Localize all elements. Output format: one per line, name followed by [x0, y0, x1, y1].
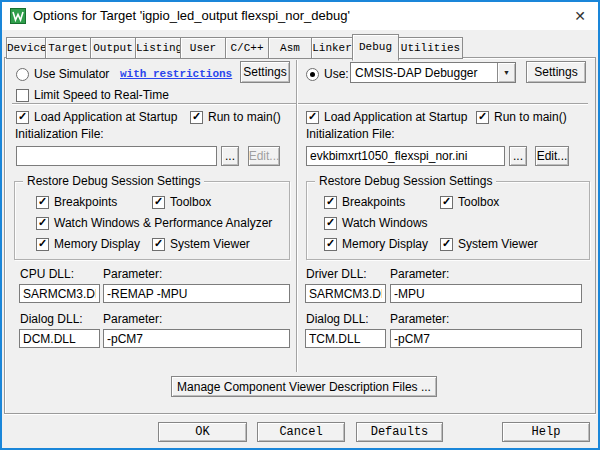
tab-user[interactable]: User — [180, 37, 226, 59]
edit-button-left: Edit... — [248, 146, 280, 166]
limit-speed-label: Limit Speed to Real-Time — [34, 88, 169, 102]
chevron-down-icon[interactable]: ▼ — [497, 63, 515, 82]
check-icon: ✓ — [442, 237, 451, 250]
watch-windows-checkbox-right[interactable]: ✓ Watch Windows — [324, 216, 428, 230]
tab-utilities[interactable]: Utilities — [398, 37, 463, 59]
toolbox-checkbox-left[interactable]: ✓ Toolbox — [152, 195, 211, 209]
simulator-settings-button[interactable]: Settings — [240, 61, 290, 83]
checkbox-icon: ✓ — [440, 238, 453, 251]
title-bar: Options for Target 'igpio_led_output fle… — [2, 2, 598, 30]
ok-button[interactable]: OK — [158, 422, 247, 442]
driver-parameter-label: Parameter: — [390, 268, 449, 281]
watch-windows-checkbox-left[interactable]: ✓ Watch Windows & Performance Analyzer — [36, 216, 272, 230]
load-application-label: Load Application at Startup — [34, 110, 177, 124]
use-simulator-radio[interactable]: Use Simulator — [16, 67, 109, 81]
checkbox-icon: ✓ — [190, 111, 203, 124]
checkbox-icon: ✓ — [152, 238, 165, 251]
init-file-label-left: Initialization File: — [15, 128, 104, 141]
restore-group-title-right: Restore Debug Session Settings — [315, 174, 496, 188]
check-icon: ✓ — [192, 110, 201, 123]
tab-linker[interactable]: Linker — [311, 37, 353, 59]
radio-icon — [306, 68, 319, 81]
run-to-main-label: Run to main() — [494, 110, 567, 124]
panel-divider — [296, 60, 298, 372]
memory-display-checkbox-right[interactable]: ✓ Memory Display — [324, 237, 428, 251]
toolbox-checkbox-right[interactable]: ✓ Toolbox — [440, 195, 499, 209]
edit-button-right[interactable]: Edit... — [535, 146, 569, 166]
check-icon: ✓ — [478, 110, 487, 123]
driver-parameter-input[interactable] — [390, 284, 582, 303]
dialog-dll-input-left[interactable] — [19, 329, 100, 348]
check-icon: ✓ — [18, 110, 27, 123]
help-button[interactable]: Help — [502, 422, 590, 442]
run-to-main-checkbox-right[interactable]: ✓ Run to main() — [476, 110, 567, 124]
radio-icon — [16, 68, 29, 81]
browse-button-left[interactable]: ... — [221, 146, 239, 166]
debugger-select[interactable]: CMSIS-DAP Debugger ▼ — [350, 62, 516, 83]
memory-display-checkbox-left[interactable]: ✓ Memory Display — [36, 237, 140, 251]
check-icon: ✓ — [326, 216, 335, 229]
with-restrictions-link[interactable]: with restrictions — [120, 68, 232, 80]
dialog-dll-input-right[interactable] — [305, 329, 386, 348]
tab-target[interactable]: Target — [45, 37, 91, 59]
use-simulator-label: Use Simulator — [34, 68, 109, 81]
cpu-parameter-input[interactable] — [103, 284, 290, 303]
tab-cpp[interactable]: C/C++ — [225, 37, 269, 59]
checkbox-icon — [16, 89, 29, 102]
window-title: Options for Target 'igpio_led_output fle… — [33, 8, 350, 23]
system-viewer-checkbox-left[interactable]: ✓ System Viewer — [152, 237, 250, 251]
cpu-dll-label: CPU DLL: — [20, 268, 74, 281]
init-file-input-right[interactable] — [306, 146, 505, 166]
init-file-input-left[interactable] — [16, 146, 217, 166]
debugger-selected-value: CMSIS-DAP Debugger — [351, 63, 497, 82]
restore-group-title-left: Restore Debug Session Settings — [23, 174, 204, 188]
load-application-checkbox-right[interactable]: ✓ Load Application at Startup — [306, 110, 467, 124]
run-to-main-checkbox-left[interactable]: ✓ Run to main() — [190, 110, 281, 124]
browse-button-right[interactable]: ... — [509, 146, 527, 166]
checkbox-icon: ✓ — [36, 238, 49, 251]
tab-device[interactable]: Device — [6, 37, 46, 59]
dialog-dll-label-left: Dialog DLL: — [20, 313, 83, 326]
close-button[interactable]: ✕ — [569, 5, 591, 27]
run-to-main-label: Run to main() — [208, 110, 281, 124]
system-viewer-checkbox-right[interactable]: ✓ System Viewer — [440, 237, 538, 251]
use-label: Use: — [324, 67, 349, 81]
load-application-label: Load Application at Startup — [324, 110, 467, 124]
dialog-parameter-input-right[interactable] — [390, 329, 582, 348]
load-application-checkbox-left[interactable]: ✓ Load Application at Startup — [16, 110, 177, 124]
manage-component-viewer-button[interactable]: Manage Component Viewer Description File… — [171, 376, 437, 397]
breakpoints-checkbox-left[interactable]: ✓ Breakpoints — [36, 195, 117, 209]
checkbox-icon: ✓ — [306, 111, 319, 124]
tab-bar: Device Target Output Listing User C/C++ … — [6, 33, 462, 59]
check-icon: ✓ — [442, 195, 451, 208]
dialog-dll-label-right: Dialog DLL: — [306, 313, 369, 326]
cpu-parameter-label: Parameter: — [103, 268, 162, 281]
checkbox-icon: ✓ — [324, 238, 337, 251]
tab-output[interactable]: Output — [90, 37, 136, 59]
tab-asm[interactable]: Asm — [268, 37, 312, 59]
top-section-separator — [12, 103, 588, 105]
cpu-dll-input[interactable] — [19, 284, 100, 303]
checkbox-icon: ✓ — [36, 217, 49, 230]
checkbox-icon: ✓ — [324, 217, 337, 230]
dialog-parameter-input-left[interactable] — [103, 329, 290, 348]
use-debugger-radio[interactable]: Use: — [306, 67, 349, 81]
cancel-button[interactable]: Cancel — [257, 422, 345, 442]
init-file-label-right: Initialization File: — [306, 128, 395, 141]
defaults-button[interactable]: Defaults — [356, 422, 443, 442]
checkbox-icon: ✓ — [476, 111, 489, 124]
dialog-parameter-label-left: Parameter: — [103, 313, 162, 326]
checkbox-icon: ✓ — [152, 196, 165, 209]
check-icon: ✓ — [326, 195, 335, 208]
tab-debug[interactable]: Debug — [352, 34, 399, 61]
checkbox-icon: ✓ — [16, 111, 29, 124]
tab-listing[interactable]: Listing — [135, 37, 181, 59]
limit-speed-checkbox[interactable]: Limit Speed to Real-Time — [16, 88, 169, 102]
dialog-parameter-label-right: Parameter: — [390, 313, 449, 326]
check-icon: ✓ — [326, 237, 335, 250]
driver-dll-label: Driver DLL: — [306, 268, 367, 281]
checkbox-icon: ✓ — [36, 196, 49, 209]
driver-dll-input[interactable] — [305, 284, 386, 303]
breakpoints-checkbox-right[interactable]: ✓ Breakpoints — [324, 195, 405, 209]
debugger-settings-button[interactable]: Settings — [526, 61, 586, 83]
